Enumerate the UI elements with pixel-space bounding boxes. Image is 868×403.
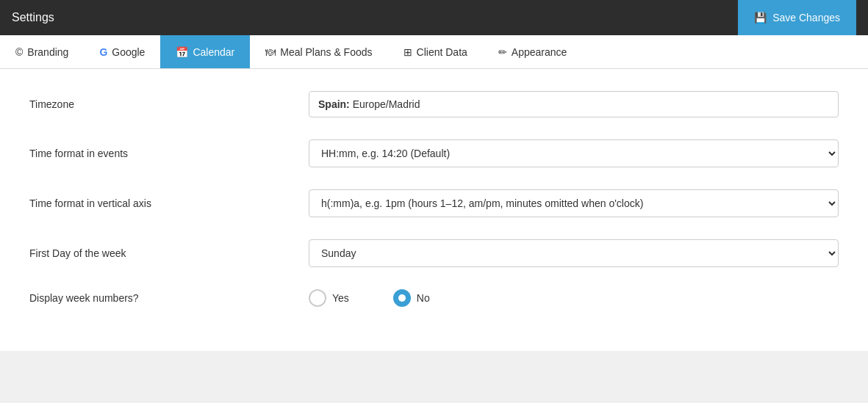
tab-google[interactable]: G Google <box>84 35 160 68</box>
time-format-events-control: HH:mm, e.g. 14:20 (Default) h:mma, e.g. … <box>309 139 839 167</box>
time-format-events-label: Time format in events <box>29 148 309 159</box>
tab-branding-label: Branding <box>27 46 68 58</box>
tab-google-label: Google <box>112 46 145 58</box>
radio-yes-label: Yes <box>332 292 349 304</box>
timezone-prefix: Spain: <box>318 98 350 110</box>
display-week-numbers-control: Yes No <box>309 289 839 307</box>
floppy-icon: 💾 <box>754 12 767 23</box>
google-icon: G <box>99 46 107 58</box>
first-day-week-label: First Day of the week <box>29 247 309 259</box>
tab-meal-plans-foods-label: Meal Plans & Foods <box>280 46 372 58</box>
time-format-vertical-control: h(:mm)a, e.g. 1pm (hours 1–12, am/pm, mi… <box>309 189 839 217</box>
top-bar: Settings 💾 Save Changes <box>0 0 868 35</box>
radio-group-week-numbers: Yes No <box>309 289 839 307</box>
time-format-vertical-select[interactable]: h(:mm)a, e.g. 1pm (hours 1–12, am/pm, mi… <box>309 189 839 217</box>
tab-calendar[interactable]: 📅 Calendar <box>160 35 250 68</box>
first-day-week-row: First Day of the week Sunday Monday Tues… <box>29 239 839 267</box>
save-button-label: Save Changes <box>772 12 840 23</box>
display-week-numbers-label: Display week numbers? <box>29 292 309 304</box>
time-format-vertical-label: Time format in vertical axis <box>29 197 309 209</box>
save-button[interactable]: 💾 Save Changes <box>738 0 856 35</box>
app-title: Settings <box>12 11 54 24</box>
time-format-vertical-row: Time format in vertical axis h(:mm)a, e.… <box>29 189 839 217</box>
time-format-events-row: Time format in events HH:mm, e.g. 14:20 … <box>29 139 839 167</box>
radio-yes-circle[interactable] <box>309 289 326 307</box>
tab-client-data[interactable]: ⊞ Client Data <box>388 35 483 68</box>
radio-yes-option[interactable]: Yes <box>309 289 349 307</box>
copyright-icon: © <box>15 46 23 58</box>
time-format-events-select[interactable]: HH:mm, e.g. 14:20 (Default) h:mma, e.g. … <box>309 139 839 167</box>
display-week-numbers-row: Display week numbers? Yes No <box>29 289 839 307</box>
brush-icon: ✏ <box>498 46 507 58</box>
timezone-label: Timezone <box>29 98 309 110</box>
radio-no-circle[interactable] <box>393 289 411 307</box>
tab-client-data-label: Client Data <box>417 46 467 58</box>
tab-appearance[interactable]: ✏ Appearance <box>483 35 583 68</box>
main-content: Timezone Spain: Europe/Madrid Time forma… <box>0 69 868 351</box>
radio-no-option[interactable]: No <box>393 289 430 307</box>
tab-meal-plans-foods[interactable]: 🍽 Meal Plans & Foods <box>250 35 387 68</box>
tab-calendar-label: Calendar <box>193 46 234 58</box>
first-day-week-control: Sunday Monday Tuesday Wednesday Thursday… <box>309 239 839 267</box>
timezone-value: Spain: Europe/Madrid <box>309 91 839 117</box>
radio-no-label: No <box>417 292 430 304</box>
timezone-row: Timezone Spain: Europe/Madrid <box>29 91 839 117</box>
timezone-control: Spain: Europe/Madrid <box>309 91 839 117</box>
calendar-icon: 📅 <box>176 46 188 58</box>
table-icon: ⊞ <box>403 46 412 58</box>
first-day-week-select[interactable]: Sunday Monday Tuesday Wednesday Thursday… <box>309 239 839 267</box>
timezone-city: Europe/Madrid <box>353 98 420 110</box>
tab-appearance-label: Appearance <box>512 46 567 58</box>
tab-bar: © Branding G Google 📅 Calendar 🍽 Meal Pl… <box>0 35 868 69</box>
food-icon: 🍽 <box>265 46 276 58</box>
tab-branding[interactable]: © Branding <box>0 35 84 68</box>
